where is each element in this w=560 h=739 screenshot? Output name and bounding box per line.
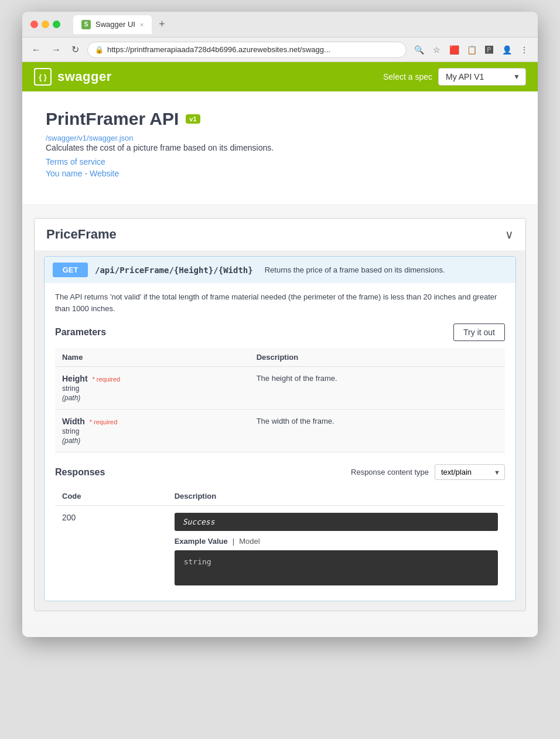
reload-button[interactable]: ↻ [69,43,81,56]
try-it-button[interactable]: Try it out [453,323,505,341]
responses-table: Code Description 200 Success [55,487,505,592]
swagger-logo-icon: { } [34,68,52,86]
title-bar: S Swagger UI × + [22,12,538,38]
close-button[interactable] [30,21,38,28]
param-height-location: (path) [62,394,243,402]
example-value-label: Example Value [175,537,228,546]
response-code-cell: 200 [55,506,168,593]
traffic-lights [30,21,60,28]
section-header[interactable]: PriceFrame ∨ [35,219,525,250]
params-title: Parameters [55,327,106,338]
param-height-cell: Height * required string (path) [55,367,250,410]
new-tab-button[interactable]: + [155,18,169,30]
param-width-cell: Width * required string (path) [55,410,250,452]
back-button[interactable]: ← [29,43,43,56]
api-title-row: PrintFramer API v1 [46,109,514,129]
param-height-name: Height [62,374,90,383]
swagger-header: { } swagger Select a spec My API V1 ▼ [22,62,538,91]
forward-button[interactable]: → [49,43,63,56]
extension-icon-1[interactable]: 🟥 [448,43,460,56]
table-row: Height * required string (path) The heig… [55,367,505,410]
tab-area: S Swagger UI × + [73,15,169,34]
active-tab[interactable]: S Swagger UI × [73,15,152,34]
section-title: PriceFrame [46,227,117,242]
model-label: Model [239,537,259,546]
example-value-box: string [175,550,498,585]
api-version-badge: v1 [186,114,200,124]
endpoint-description: The API returns 'not valid' if the total… [55,291,505,314]
menu-icon[interactable]: ⋮ [518,43,531,56]
swagger-logo: { } swagger [34,68,112,86]
example-value-row: Example Value | Model [175,537,498,546]
browser-window: S Swagger UI × + ← → ↻ 🔒 https://printfr… [22,12,538,637]
response-content-type-select[interactable]: text/plain [435,464,505,480]
spec-dropdown-wrapper: My API V1 ▼ [438,68,526,86]
endpoint-header[interactable]: GET /api/PriceFrame/{Height}/{Width} Ret… [45,257,515,283]
extension-icon-3[interactable]: 🅿 [483,43,496,56]
param-width-desc: The width of the frame. [250,410,505,452]
tab-favicon: S [81,20,91,29]
endpoint-path: /api/PriceFrame/{Height}/{Width} [95,265,253,275]
params-col-name: Name [55,348,250,367]
params-col-desc: Description [250,348,505,367]
lock-icon: 🔒 [95,46,104,54]
param-width-type: string [62,427,243,435]
param-width-name: Width [62,417,87,426]
param-height-required: * required [92,376,120,383]
spec-selector: Select a spec My API V1 ▼ [383,68,526,86]
endpoint-body: The API returns 'not valid' if the total… [45,283,515,601]
param-width-location: (path) [62,437,243,445]
endpoint-summary: Returns the price of a frame based on it… [265,265,445,274]
responses-header: Responses Response content type text/pla… [55,464,505,480]
param-height-desc: The height of the frame. [250,367,505,410]
success-badge: Success [175,513,498,531]
tab-close-button[interactable]: × [140,21,144,28]
param-height-type: string [62,384,243,393]
spec-dropdown[interactable]: My API V1 [438,68,526,86]
api-description: Calculates the cost of a picture frame b… [46,143,514,152]
address-text: https://printframerapiaada728d4b6996.azu… [107,45,399,54]
responses-col-desc: Description [168,487,505,506]
account-icon[interactable]: 👤 [500,43,513,56]
responses-col-code: Code [55,487,168,506]
api-url-link[interactable]: /swagger/v1/swagger.json [46,134,134,142]
method-badge: GET [53,263,88,277]
extension-icon-2[interactable]: 📋 [465,43,478,56]
responses-title: Responses [55,467,105,478]
bottom-spacer [22,625,538,637]
rct-label: Response content type [351,468,429,476]
you-name-website-link[interactable]: You name - Website [46,169,514,178]
terms-of-service-link[interactable]: Terms of service [46,157,514,166]
address-input[interactable]: 🔒 https://printframerapiaada728d4b6996.a… [87,42,407,58]
minimize-button[interactable] [42,21,49,28]
params-header: Parameters Try it out [55,323,505,341]
browser-toolbar: 🔍 ☆ 🟥 📋 🅿 👤 ⋮ [412,43,531,56]
response-code: 200 [62,513,76,522]
address-bar: ← → ↻ 🔒 https://printframerapiaada728d4b… [22,38,538,62]
table-row: Width * required string (path) The width… [55,410,505,452]
maximize-button[interactable] [53,21,60,28]
priceframe-section: PriceFrame ∨ GET /api/PriceFrame/{Height… [34,218,526,611]
endpoint-container: GET /api/PriceFrame/{Height}/{Width} Ret… [44,256,516,601]
param-width-required: * required [90,418,118,425]
rct-wrapper: text/plain ▼ [435,464,505,480]
response-desc-cell: Success Example Value | Model string [168,506,505,593]
response-content-type-area: Response content type text/plain ▼ [351,464,505,480]
api-title: PrintFramer API [46,109,179,129]
table-row: 200 Success Example Value | Model string [55,506,505,593]
swagger-logo-text: swagger [57,69,112,84]
params-table: Name Description Height * required strin… [55,348,505,452]
chevron-down-icon: ∨ [505,227,514,241]
tab-label: Swagger UI [95,20,135,29]
star-icon[interactable]: ☆ [430,43,443,56]
select-spec-label: Select a spec [383,72,432,81]
main-content: PrintFramer API v1 /swagger/v1/swagger.j… [22,91,538,204]
search-icon[interactable]: 🔍 [412,43,425,56]
